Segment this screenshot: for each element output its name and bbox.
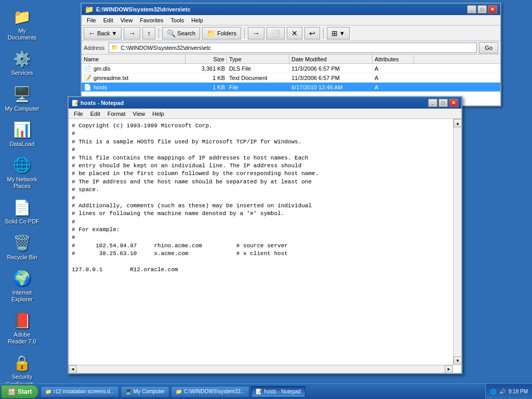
- notepad-menu-help[interactable]: Help: [149, 110, 167, 118]
- table-row[interactable]: 📝gmreadme.txt 1 KB Text Document 11/3/20…: [82, 73, 500, 83]
- explorer-minimize-btn[interactable]: _: [467, 5, 476, 14]
- explorer-menu-tools[interactable]: Tools: [168, 16, 188, 24]
- views-button[interactable]: ⊞ ▼: [327, 27, 350, 39]
- search-button[interactable]: 🔍 Search: [162, 27, 200, 39]
- internet-explorer-label: Internet Explorer: [5, 289, 39, 303]
- scrollbar-track: [454, 127, 461, 356]
- col-header-attr[interactable]: Attributes: [373, 55, 414, 63]
- taskbar-label-my-computer: My Computer: [134, 389, 165, 394]
- col-header-type[interactable]: Type: [227, 55, 289, 63]
- icon-my-network-places[interactable]: 🌐 My Network Places: [3, 154, 42, 192]
- tray-network-icon[interactable]: 🌐: [490, 389, 496, 394]
- icon-recycle-bin[interactable]: 🗑️ Recycle Bin: [3, 232, 42, 263]
- icon-my-documents[interactable]: 📁 My Documents: [3, 5, 42, 43]
- explorer-menu-file[interactable]: File: [84, 16, 99, 24]
- taskbar-icon-hosts-notepad: 📝: [256, 389, 262, 394]
- notepad-text-area[interactable]: # Copyright (c) 1993-1999 Microsoft Corp…: [69, 119, 453, 365]
- search-label: Search: [177, 30, 195, 36]
- delete-icon: ✕: [291, 29, 298, 37]
- explorer-title-icon: 📁: [85, 5, 94, 14]
- icon-services[interactable]: ⚙️ Services: [3, 47, 42, 78]
- explorer-window-controls: _ □ ✕: [467, 5, 497, 14]
- desktop: 📁 My Documents ⚙️ Services 🖥️ My Compute…: [0, 0, 68, 374]
- explorer-maximize-btn[interactable]: □: [477, 5, 487, 14]
- notepad-window: 📝 hosts - Notepad _ □ ✕ File Edit Format…: [68, 96, 462, 374]
- icon-internet-explorer[interactable]: 🌍 Internet Explorer: [3, 267, 42, 305]
- explorer-menu-favorites[interactable]: Favorites: [137, 16, 166, 24]
- file-name-lmhosts: 📄lmhosts.sam: [82, 93, 185, 94]
- address-input[interactable]: 📁 C:\WINDOWS\system32\drivers\etc: [109, 43, 477, 53]
- notepad-close-btn[interactable]: ✕: [449, 99, 458, 107]
- delete-button[interactable]: ✕: [287, 27, 302, 39]
- col-header-size[interactable]: Size: [185, 55, 227, 63]
- forward-icon: →: [128, 29, 136, 37]
- notepad-menu-format[interactable]: Format: [104, 110, 129, 118]
- icon-adobe-reader[interactable]: 📕 Adobe Reader 7.0: [3, 309, 42, 347]
- start-button[interactable]: 🪟 Start: [1, 385, 38, 398]
- notepad-titlebar[interactable]: 📝 hosts - Notepad _ □ ✕: [69, 97, 461, 109]
- explorer-toolbar: ← Back ▼ → ↑ 🔍 Search 📁 Folders → ⬜ ✕: [82, 25, 500, 41]
- icon-solid-co-pdf[interactable]: 📄 Solid Co PDF: [3, 196, 42, 227]
- explorer-window: 📁 E:\WINDOWS\system32\drivers\etc _ □ ✕ …: [81, 3, 501, 107]
- explorer-menu-view[interactable]: View: [117, 16, 136, 24]
- taskbar: 🪟 Start 📁 r12 instalation screens.d... 🖥…: [0, 383, 532, 399]
- move-icon: →: [252, 29, 260, 37]
- views-icon: ⊞: [331, 29, 338, 37]
- back-button[interactable]: ← Back ▼: [84, 27, 122, 39]
- taskbar-items: 📁 r12 instalation screens.d... 🖥️ My Com…: [38, 384, 485, 399]
- file-date-hosts: 6/17/2010 12:46 AM: [289, 84, 373, 90]
- move-to-button[interactable]: →: [248, 27, 264, 39]
- file-date-gmreadme: 11/3/2006 6:57 PM: [289, 75, 373, 81]
- taskbar-icon-my-computer: 🖥️: [125, 389, 131, 394]
- toolbar-sep-2: [244, 28, 245, 38]
- tray-volume-icon[interactable]: 🔊: [499, 389, 506, 394]
- file-attr-gm-dls: A: [373, 65, 414, 72]
- file-type-lmhosts: SAM File: [227, 94, 289, 94]
- notepad-menu-view[interactable]: View: [130, 110, 149, 118]
- taskbar-item-hosts-notepad[interactable]: 📝 hosts - Notepad: [251, 386, 305, 397]
- services-label: Services: [11, 70, 33, 76]
- table-row[interactable]: 📄hosts 1 KB File 6/17/2010 12:46 AM A: [82, 83, 500, 92]
- toolbar-sep-1: [158, 28, 159, 38]
- copy-to-button[interactable]: ⬜: [267, 27, 285, 39]
- notepad-menu-file[interactable]: File: [71, 110, 86, 118]
- col-header-name[interactable]: Name: [82, 55, 185, 63]
- folders-label: Folders: [217, 30, 236, 36]
- scroll-right-btn[interactable]: ►: [445, 365, 453, 374]
- notepad-scrollbar-vertical[interactable]: ▲ ▼: [453, 119, 461, 365]
- icon-dataload[interactable]: 📊 DataLoad: [3, 118, 42, 150]
- table-row[interactable]: 📄gm.dls 3,361 KB DLS File 11/3/2006 6:57…: [82, 64, 500, 73]
- explorer-close-btn[interactable]: ✕: [488, 5, 497, 14]
- explorer-titlebar[interactable]: 📁 E:\WINDOWS\system32\drivers\etc _ □ ✕: [82, 4, 500, 15]
- folders-button[interactable]: 📁 Folders: [202, 27, 241, 39]
- notepad-minimize-btn[interactable]: _: [428, 99, 437, 107]
- notepad-scrollbar-horizontal[interactable]: ◄ ►: [69, 365, 453, 373]
- taskbar-tray: 🌐 🔊 9:18 PM: [485, 384, 532, 399]
- taskbar-item-my-computer[interactable]: 🖥️ My Computer: [121, 386, 169, 397]
- undo-button[interactable]: ↩: [304, 27, 320, 39]
- go-button[interactable]: Go: [479, 42, 498, 54]
- forward-button[interactable]: →: [124, 27, 140, 39]
- taskbar-item-r12[interactable]: 📁 r12 instalation screens.d...: [41, 386, 119, 397]
- start-label: Start: [18, 388, 32, 395]
- explorer-menu-bar: File Edit View Favorites Tools Help: [82, 15, 500, 25]
- search-icon: 🔍: [167, 29, 176, 37]
- explorer-menu-help[interactable]: Help: [188, 16, 206, 24]
- notepad-maximize-btn[interactable]: □: [438, 99, 448, 107]
- scroll-down-btn[interactable]: ▼: [454, 356, 462, 365]
- file-attr-gmreadme: A: [373, 75, 414, 81]
- col-header-date[interactable]: Date Modified: [289, 55, 373, 63]
- security-config-icon: 🔒: [13, 353, 32, 372]
- taskbar-item-system32[interactable]: 📁 C:\WINDOWS\system32...: [171, 386, 249, 397]
- scroll-left-btn[interactable]: ◄: [69, 365, 77, 374]
- file-size-gmreadme: 1 KB: [185, 75, 227, 81]
- file-date-lmhosts: 11/30/2005 5:00 AM: [289, 94, 373, 94]
- up-button[interactable]: ↑: [142, 27, 155, 39]
- explorer-menu-edit[interactable]: Edit: [100, 16, 116, 24]
- file-name-gmreadme: 📝gmreadme.txt: [82, 74, 185, 82]
- icon-my-computer[interactable]: 🖥️ My Computer: [3, 83, 42, 114]
- start-icon: 🪟: [8, 388, 16, 395]
- scroll-up-btn[interactable]: ▲: [454, 119, 462, 127]
- table-row[interactable]: 📄lmhosts.sam 4 KB SAM File 11/30/2005 5:…: [82, 92, 500, 94]
- notepad-menu-edit[interactable]: Edit: [87, 110, 103, 118]
